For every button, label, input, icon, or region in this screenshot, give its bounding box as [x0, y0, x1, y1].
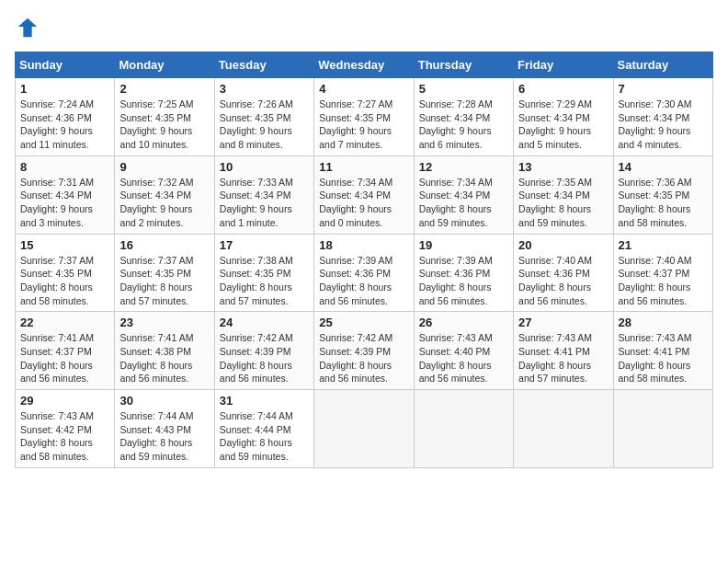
calendar-cell: 25Sunrise: 7:42 AMSunset: 4:39 PMDayligh…: [314, 312, 414, 390]
day-of-week-header: Monday: [115, 52, 214, 78]
calendar-week-row: 29Sunrise: 7:43 AMSunset: 4:42 PMDayligh…: [16, 390, 713, 468]
calendar-cell: 9Sunrise: 7:32 AMSunset: 4:34 PMDaylight…: [115, 155, 214, 234]
calendar-cell: 23Sunrise: 7:41 AMSunset: 4:38 PMDayligh…: [115, 312, 214, 390]
day-number: 9: [119, 160, 209, 174]
day-info: Sunrise: 7:25 AMSunset: 4:35 PMDaylight:…: [119, 98, 209, 152]
day-info: Sunrise: 7:39 AMSunset: 4:36 PMDaylight:…: [419, 254, 508, 308]
day-number: 20: [518, 238, 608, 252]
calendar-cell: 19Sunrise: 7:39 AMSunset: 4:36 PMDayligh…: [414, 234, 513, 312]
calendar-cell: 22Sunrise: 7:41 AMSunset: 4:37 PMDayligh…: [16, 312, 115, 390]
day-info: Sunrise: 7:37 AMSunset: 4:35 PMDaylight:…: [119, 254, 209, 308]
calendar-cell: 20Sunrise: 7:40 AMSunset: 4:36 PMDayligh…: [514, 234, 613, 312]
day-number: 10: [220, 160, 309, 174]
day-info: Sunrise: 7:27 AMSunset: 4:35 PMDaylight:…: [319, 98, 408, 152]
day-of-week-header: Tuesday: [214, 52, 313, 78]
day-number: 14: [619, 160, 708, 174]
calendar-cell: 5Sunrise: 7:28 AMSunset: 4:34 PMDaylight…: [414, 78, 513, 156]
day-number: 12: [419, 160, 508, 174]
calendar-cell: [514, 390, 613, 468]
calendar-week-row: 8Sunrise: 7:31 AMSunset: 4:34 PMDaylight…: [16, 155, 713, 234]
day-number: 2: [119, 82, 209, 96]
day-number: 19: [419, 238, 508, 252]
day-info: Sunrise: 7:41 AMSunset: 4:37 PMDaylight:…: [20, 331, 109, 385]
day-info: Sunrise: 7:31 AMSunset: 4:34 PMDaylight:…: [20, 176, 109, 230]
day-number: 26: [419, 316, 508, 329]
day-number: 5: [419, 82, 508, 96]
day-info: Sunrise: 7:43 AMSunset: 4:41 PMDaylight:…: [518, 331, 608, 385]
day-number: 27: [518, 316, 608, 329]
calendar-cell: 14Sunrise: 7:36 AMSunset: 4:35 PMDayligh…: [613, 155, 712, 234]
svg-marker-0: [18, 18, 38, 38]
day-number: 23: [119, 316, 209, 329]
day-info: Sunrise: 7:35 AMSunset: 4:34 PMDaylight:…: [518, 176, 608, 230]
day-info: Sunrise: 7:40 AMSunset: 4:37 PMDaylight:…: [619, 254, 708, 308]
calendar-week-row: 22Sunrise: 7:41 AMSunset: 4:37 PMDayligh…: [16, 312, 713, 390]
day-info: Sunrise: 7:33 AMSunset: 4:34 PMDaylight:…: [220, 176, 309, 230]
calendar-cell: 12Sunrise: 7:34 AMSunset: 4:34 PMDayligh…: [414, 155, 513, 234]
calendar-cell: 26Sunrise: 7:43 AMSunset: 4:40 PMDayligh…: [414, 312, 513, 390]
calendar-cell: 10Sunrise: 7:33 AMSunset: 4:34 PMDayligh…: [214, 155, 313, 234]
day-info: Sunrise: 7:30 AMSunset: 4:34 PMDaylight:…: [619, 98, 708, 152]
day-of-week-header: Wednesday: [314, 52, 414, 78]
calendar-cell: 21Sunrise: 7:40 AMSunset: 4:37 PMDayligh…: [613, 234, 712, 312]
day-number: 16: [119, 238, 209, 252]
calendar-cell: 17Sunrise: 7:38 AMSunset: 4:35 PMDayligh…: [214, 234, 313, 312]
day-number: 11: [319, 160, 408, 174]
day-info: Sunrise: 7:24 AMSunset: 4:36 PMDaylight:…: [20, 98, 109, 152]
day-info: Sunrise: 7:28 AMSunset: 4:34 PMDaylight:…: [419, 98, 508, 152]
day-number: 7: [619, 82, 708, 96]
day-info: Sunrise: 7:34 AMSunset: 4:34 PMDaylight:…: [419, 176, 508, 230]
day-info: Sunrise: 7:42 AMSunset: 4:39 PMDaylight:…: [220, 331, 309, 385]
calendar-table: SundayMondayTuesdayWednesdayThursdayFrid…: [15, 52, 713, 468]
day-info: Sunrise: 7:37 AMSunset: 4:35 PMDaylight:…: [20, 254, 109, 308]
logo-icon: [15, 15, 40, 40]
day-number: 17: [220, 238, 309, 252]
day-of-week-header: Friday: [514, 52, 613, 78]
calendar-cell: 11Sunrise: 7:34 AMSunset: 4:34 PMDayligh…: [314, 155, 414, 234]
day-number: 29: [20, 394, 109, 408]
calendar-cell: 27Sunrise: 7:43 AMSunset: 4:41 PMDayligh…: [514, 312, 613, 390]
day-number: 15: [20, 238, 109, 252]
calendar-cell: 4Sunrise: 7:27 AMSunset: 4:35 PMDaylight…: [314, 78, 414, 156]
calendar-week-row: 1Sunrise: 7:24 AMSunset: 4:36 PMDaylight…: [16, 78, 713, 156]
calendar-cell: 30Sunrise: 7:44 AMSunset: 4:43 PMDayligh…: [115, 390, 214, 468]
day-number: 22: [20, 316, 109, 329]
day-number: 21: [619, 238, 708, 252]
day-number: 6: [518, 82, 608, 96]
calendar-cell: 31Sunrise: 7:44 AMSunset: 4:44 PMDayligh…: [214, 390, 313, 468]
day-of-week-header: Thursday: [414, 52, 513, 78]
day-number: 28: [619, 316, 708, 329]
calendar-cell: 8Sunrise: 7:31 AMSunset: 4:34 PMDaylight…: [16, 155, 115, 234]
day-info: Sunrise: 7:43 AMSunset: 4:40 PMDaylight:…: [419, 331, 508, 385]
calendar-cell: 13Sunrise: 7:35 AMSunset: 4:34 PMDayligh…: [514, 155, 613, 234]
day-info: Sunrise: 7:29 AMSunset: 4:34 PMDaylight:…: [518, 98, 608, 152]
day-info: Sunrise: 7:34 AMSunset: 4:34 PMDaylight:…: [319, 176, 408, 230]
calendar-cell: 24Sunrise: 7:42 AMSunset: 4:39 PMDayligh…: [214, 312, 313, 390]
logo: [15, 15, 44, 40]
day-info: Sunrise: 7:43 AMSunset: 4:42 PMDaylight:…: [20, 409, 109, 464]
day-number: 30: [119, 394, 209, 408]
day-number: 13: [518, 160, 608, 174]
day-info: Sunrise: 7:43 AMSunset: 4:41 PMDaylight:…: [619, 331, 708, 385]
day-info: Sunrise: 7:41 AMSunset: 4:38 PMDaylight:…: [119, 331, 209, 385]
day-number: 31: [220, 394, 309, 408]
calendar-cell: [314, 390, 414, 468]
calendar-cell: 29Sunrise: 7:43 AMSunset: 4:42 PMDayligh…: [16, 390, 115, 468]
day-info: Sunrise: 7:36 AMSunset: 4:35 PMDaylight:…: [619, 176, 708, 230]
calendar-cell: 6Sunrise: 7:29 AMSunset: 4:34 PMDaylight…: [514, 78, 613, 156]
calendar-cell: 3Sunrise: 7:26 AMSunset: 4:35 PMDaylight…: [214, 78, 313, 156]
calendar-cell: 18Sunrise: 7:39 AMSunset: 4:36 PMDayligh…: [314, 234, 414, 312]
day-info: Sunrise: 7:44 AMSunset: 4:44 PMDaylight:…: [220, 409, 309, 464]
day-info: Sunrise: 7:32 AMSunset: 4:34 PMDaylight:…: [119, 176, 209, 230]
day-number: 8: [20, 160, 109, 174]
calendar-cell: [414, 390, 513, 468]
calendar-cell: [613, 390, 712, 468]
page-header: [15, 15, 713, 40]
day-of-week-header: Sunday: [16, 52, 115, 78]
day-info: Sunrise: 7:40 AMSunset: 4:36 PMDaylight:…: [518, 254, 608, 308]
day-number: 24: [220, 316, 309, 329]
day-info: Sunrise: 7:44 AMSunset: 4:43 PMDaylight:…: [119, 409, 209, 464]
calendar-cell: 7Sunrise: 7:30 AMSunset: 4:34 PMDaylight…: [613, 78, 712, 156]
day-info: Sunrise: 7:38 AMSunset: 4:35 PMDaylight:…: [220, 254, 309, 308]
day-info: Sunrise: 7:26 AMSunset: 4:35 PMDaylight:…: [220, 98, 309, 152]
